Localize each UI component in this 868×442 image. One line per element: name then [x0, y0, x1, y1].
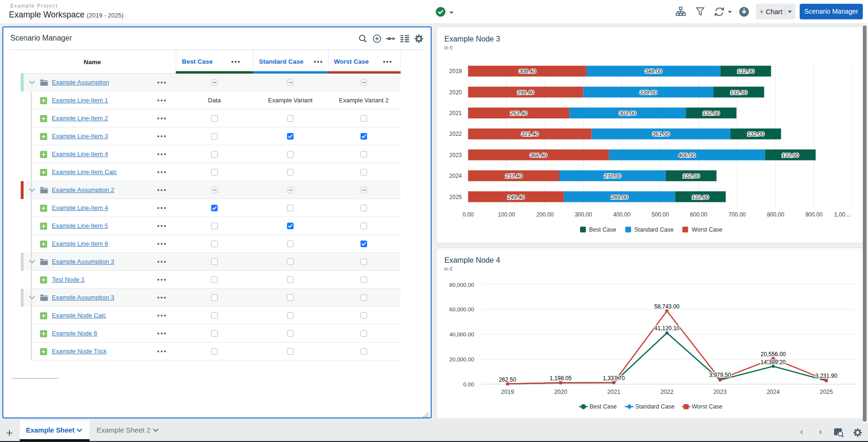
svg-text:348.00: 348.00 — [645, 68, 663, 75]
svg-text:41,120.10: 41,120.10 — [655, 325, 680, 332]
svg-text:303.00: 303.00 — [619, 110, 637, 117]
svg-text:321.40: 321.40 — [521, 131, 539, 137]
svg-text:2019: 2019 — [501, 389, 514, 395]
svg-text:Standard Case: Standard Case — [635, 403, 674, 410]
svg-text:237.40: 237.40 — [505, 173, 523, 179]
svg-text:3,979.50: 3,979.50 — [709, 372, 731, 378]
svg-text:277.00: 277.00 — [604, 173, 622, 179]
svg-text:20,556.00: 20,556.00 — [761, 351, 786, 358]
svg-text:in €: in € — [444, 266, 453, 272]
svg-text:2021: 2021 — [607, 389, 621, 395]
svg-text:2024: 2024 — [767, 389, 780, 395]
svg-text:249.40: 249.40 — [508, 194, 525, 200]
svg-text:132.00: 132.00 — [730, 89, 748, 96]
svg-text:in €: in € — [444, 45, 453, 50]
svg-text:2020: 2020 — [449, 89, 462, 96]
svg-text:600.00: 600.00 — [690, 211, 707, 218]
svg-text:800.00: 800.00 — [767, 211, 784, 218]
svg-text:100.00: 100.00 — [498, 211, 516, 218]
svg-text:263.40: 263.40 — [510, 110, 528, 117]
svg-text:289.00: 289.00 — [611, 194, 629, 200]
svg-text:Worst Case: Worst Case — [692, 403, 722, 410]
svg-text:14,389.20: 14,389.20 — [761, 359, 786, 366]
svg-text:200.00: 200.00 — [536, 211, 554, 218]
svg-text:2025: 2025 — [820, 389, 833, 395]
svg-text:900.00: 900.00 — [805, 211, 823, 218]
svg-text:299.40: 299.40 — [517, 89, 534, 96]
svg-text:308.40: 308.40 — [519, 68, 536, 75]
svg-text:300.00: 300.00 — [575, 211, 592, 218]
svg-text:132.00: 132.00 — [692, 194, 709, 200]
svg-text:400.00: 400.00 — [613, 211, 631, 218]
svg-text:700.00: 700.00 — [729, 211, 746, 218]
svg-text:339.00: 339.00 — [640, 89, 657, 96]
svg-text:Example Node 4: Example Node 4 — [444, 256, 500, 264]
svg-text:Best Case: Best Case — [589, 226, 616, 233]
svg-text:366.40: 366.40 — [530, 152, 548, 158]
svg-text:0.00: 0.00 — [463, 381, 474, 388]
svg-text:Example Node 3: Example Node 3 — [444, 35, 500, 43]
svg-text:80,000.00: 80,000.00 — [450, 282, 475, 288]
svg-text:132.00: 132.00 — [747, 131, 765, 137]
svg-text:2022: 2022 — [449, 131, 462, 137]
svg-text:0.00: 0.00 — [463, 211, 474, 218]
svg-text:132.00: 132.00 — [737, 68, 754, 75]
svg-text:40,000.00: 40,000.00 — [450, 331, 475, 338]
svg-text:361.00: 361.00 — [653, 131, 670, 137]
svg-text:58,743.00: 58,743.00 — [655, 303, 680, 310]
svg-text:2025: 2025 — [449, 194, 462, 200]
svg-text:1,00…: 1,00… — [834, 211, 851, 218]
svg-text:406.00: 406.00 — [679, 152, 696, 158]
svg-text:262.50: 262.50 — [499, 376, 516, 383]
svg-text:132.00: 132.00 — [703, 110, 720, 117]
svg-text:2020: 2020 — [554, 389, 567, 395]
svg-text:500.00: 500.00 — [652, 211, 669, 218]
svg-text:60,000.00: 60,000.00 — [450, 306, 475, 313]
svg-text:132.00: 132.00 — [782, 152, 799, 158]
svg-text:2022: 2022 — [660, 389, 673, 395]
svg-text:Standard Case: Standard Case — [634, 226, 673, 233]
svg-text:2023: 2023 — [449, 152, 462, 158]
svg-text:1,198.05: 1,198.05 — [549, 375, 572, 382]
svg-text:132.00: 132.00 — [683, 173, 700, 179]
svg-text:Best Case: Best Case — [590, 403, 617, 410]
svg-text:Worst Case: Worst Case — [692, 226, 722, 233]
svg-text:2021: 2021 — [449, 110, 462, 117]
svg-text:3,231.90: 3,231.90 — [815, 373, 837, 379]
svg-text:2019: 2019 — [449, 68, 462, 75]
svg-text:2023: 2023 — [713, 389, 727, 395]
svg-text:2024: 2024 — [449, 173, 462, 179]
svg-text:1,337.70: 1,337.70 — [603, 375, 625, 382]
svg-text:20,000.00: 20,000.00 — [450, 356, 475, 363]
